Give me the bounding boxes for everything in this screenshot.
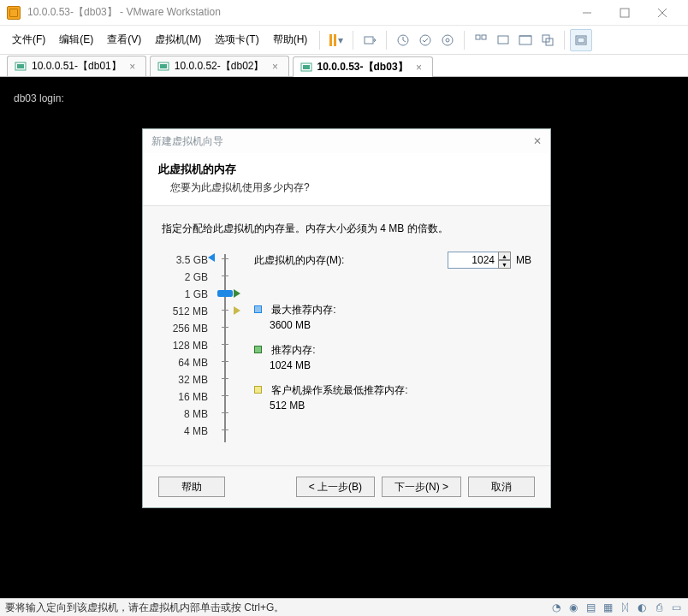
- back-button[interactable]: < 上一步(B): [296, 477, 375, 497]
- floppy-icon[interactable]: ▤: [584, 601, 597, 614]
- new-vm-wizard-dialog: 新建虚拟机向导 ✕ 此虚拟机的内存 您要为此虚拟机使用多少内存? 指定分配给此虚…: [142, 128, 551, 508]
- disk-icon[interactable]: ◔: [549, 601, 563, 614]
- unity-button[interactable]: [537, 29, 559, 51]
- vm-icon: [15, 61, 27, 73]
- close-button[interactable]: [644, 1, 681, 25]
- svg-rect-16: [578, 38, 584, 43]
- minimize-button[interactable]: [568, 1, 606, 25]
- thumbnail-button[interactable]: [470, 29, 492, 51]
- max-marker-icon: [208, 253, 215, 262]
- window-title: 10.0.0.53-【db03】 - VMware Workstation: [27, 5, 221, 20]
- dialog-title: 新建虚拟机向导: [151, 134, 223, 149]
- tab-label: 10.0.0.53-【db03】: [317, 60, 408, 74]
- square-icon: [254, 346, 262, 353]
- status-bar: 要将输入定向到该虚拟机，请在虚拟机内部单击或按 Ctrl+G。 ◔ ◉ ▤ ▦ …: [0, 598, 688, 616]
- vm-icon: [300, 62, 312, 74]
- tab-db01[interactable]: 10.0.0.51-【db01】 ×: [7, 56, 146, 76]
- dialog-heading: 此虚拟机的内存: [158, 162, 535, 177]
- tab-db03[interactable]: 10.0.0.53-【db03】 ×: [293, 56, 433, 77]
- console-view-button[interactable]: [492, 29, 514, 51]
- stretch-button[interactable]: [570, 29, 592, 51]
- dialog-intro-text: 指定分配给此虚拟机的内存量。内存大小必须为 4 MB 的倍数。: [162, 222, 531, 236]
- maximize-button[interactable]: [606, 1, 644, 25]
- memory-input-label: 此虚拟机的内存(M):: [254, 253, 344, 268]
- rec-memory-value: 1024 MB: [254, 359, 531, 371]
- svg-rect-10: [482, 35, 486, 39]
- fullscreen-button[interactable]: [514, 29, 537, 51]
- svg-rect-22: [303, 65, 310, 69]
- svg-point-8: [446, 38, 449, 42]
- send-input-button[interactable]: [359, 29, 381, 51]
- max-memory-label: 最大推荐内存:: [271, 304, 335, 316]
- manage-snapshot-button[interactable]: [436, 29, 459, 51]
- slider-thumb[interactable]: [217, 290, 233, 297]
- svg-point-7: [442, 35, 453, 45]
- menu-vm[interactable]: 虚拟机(M): [148, 29, 208, 50]
- memory-input[interactable]: [448, 252, 499, 269]
- tab-close-icon[interactable]: ×: [270, 61, 282, 73]
- memory-slider[interactable]: [213, 252, 237, 440]
- memory-scale: 3.5 GB2 GB1 GB 512 MB256 MB128 MB 64 MB3…: [162, 252, 213, 440]
- svg-rect-1: [620, 9, 629, 17]
- vm-icon: [157, 61, 169, 73]
- square-icon: [254, 305, 262, 313]
- power-button[interactable]: ▾: [325, 29, 347, 51]
- menu-tabs[interactable]: 选项卡(T): [208, 29, 265, 50]
- sound-icon[interactable]: ◐: [635, 601, 649, 614]
- svg-rect-9: [476, 35, 480, 39]
- menu-view[interactable]: 查看(V): [100, 29, 148, 50]
- tab-label: 10.0.0.51-【db01】: [32, 59, 122, 74]
- svg-rect-11: [498, 36, 508, 44]
- status-text: 要将输入定向到该虚拟机，请在虚拟机内部单击或按 Ctrl+G。: [5, 601, 284, 615]
- dialog-titlebar: 新建虚拟机向导 ✕: [143, 129, 550, 153]
- min-marker-icon: [234, 306, 240, 315]
- tab-label: 10.0.0.52-【db02】: [175, 59, 264, 74]
- console-prompt: db03 login:: [14, 92, 64, 104]
- svg-rect-12: [519, 36, 531, 44]
- printer-icon[interactable]: ⎙: [652, 601, 666, 614]
- memory-unit: MB: [516, 254, 531, 266]
- tab-db02[interactable]: 10.0.0.52-【db02】 ×: [150, 56, 289, 76]
- rec-memory-label: 推荐内存:: [271, 344, 315, 356]
- svg-rect-20: [160, 64, 167, 68]
- svg-rect-4: [365, 37, 373, 44]
- menubar: 文件(F) 编辑(E) 查看(V) 虚拟机(M) 选项卡(T) 帮助(H) ▾: [0, 26, 688, 55]
- svg-point-6: [420, 35, 430, 45]
- snapshot-button[interactable]: [392, 29, 414, 51]
- square-icon: [254, 386, 262, 394]
- cancel-button[interactable]: 取消: [468, 477, 535, 497]
- app-logo-icon: [7, 6, 21, 20]
- dialog-close-icon[interactable]: ✕: [533, 135, 542, 147]
- max-memory-value: 3600 MB: [254, 319, 531, 331]
- min-memory-value: 512 MB: [254, 400, 531, 412]
- usb-icon[interactable]: ᛞ: [618, 601, 632, 614]
- menu-help[interactable]: 帮助(H): [266, 29, 315, 50]
- rec-marker-icon: [234, 289, 240, 298]
- menu-edit[interactable]: 编辑(E): [52, 29, 100, 50]
- revert-button[interactable]: [414, 29, 436, 51]
- message-icon[interactable]: ▭: [669, 601, 683, 614]
- memory-spinner[interactable]: ▲▼: [498, 252, 511, 269]
- dialog-subheading: 您要为此虚拟机使用多少内存?: [158, 181, 535, 195]
- min-memory-label: 客户机操作系统最低推荐内存:: [271, 384, 407, 396]
- window-titlebar: 10.0.0.53-【db03】 - VMware Workstation: [0, 0, 688, 26]
- svg-rect-18: [17, 64, 24, 68]
- cd-icon[interactable]: ◉: [566, 601, 580, 614]
- tab-bar: 10.0.0.51-【db01】 × 10.0.0.52-【db02】 × 10…: [0, 55, 688, 77]
- help-button[interactable]: 帮助: [158, 477, 225, 497]
- network-icon[interactable]: ▦: [601, 601, 614, 614]
- tab-close-icon[interactable]: ×: [413, 62, 425, 74]
- tab-close-icon[interactable]: ×: [127, 61, 139, 73]
- next-button[interactable]: 下一步(N) >: [382, 477, 461, 497]
- menu-file[interactable]: 文件(F): [5, 29, 52, 50]
